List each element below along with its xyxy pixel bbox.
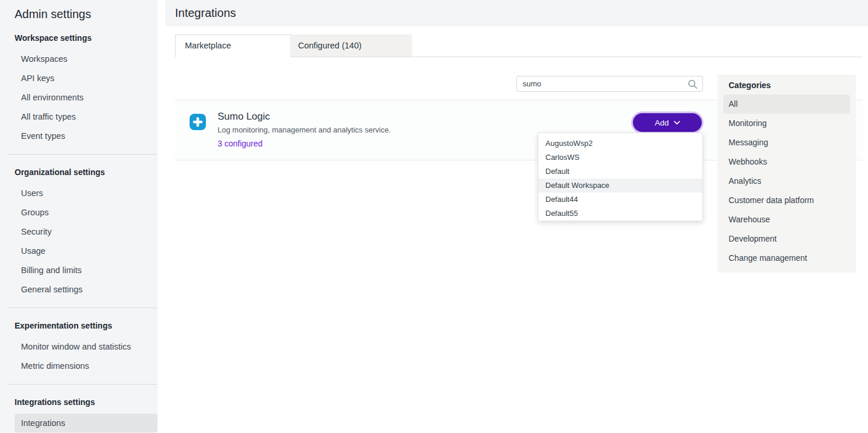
search-input[interactable] xyxy=(517,76,686,91)
page-header: Integrations xyxy=(165,0,868,26)
dropdown-item-carlosws[interactable]: CarlosWS xyxy=(538,151,702,165)
dropdown-item-default55[interactable]: Default55 xyxy=(538,207,702,221)
category-item-monitoring[interactable]: Monitoring xyxy=(723,114,850,133)
categories-panel: Categories AllMonitoringMessagingWebhook… xyxy=(718,75,856,273)
category-item-webhooks[interactable]: Webhooks xyxy=(723,152,850,172)
sidebar-item-all-environments[interactable]: All environments xyxy=(0,88,158,107)
plus-icon xyxy=(190,114,206,130)
sidebar-item-api-keys[interactable]: API keys xyxy=(0,69,158,88)
dropdown-item-default[interactable]: Default xyxy=(538,165,702,179)
add-button[interactable]: Add xyxy=(633,113,702,132)
categories-list: AllMonitoringMessagingWebhooksAnalyticsC… xyxy=(723,95,850,268)
page-title: Integrations xyxy=(175,6,236,20)
sidebar-section-integrations-settings: Integrations settings xyxy=(15,396,158,408)
sidebar-item-event-types[interactable]: Event types xyxy=(0,127,158,146)
category-item-all[interactable]: All xyxy=(723,95,850,114)
integration-description: Log monitoring, management and analytics… xyxy=(218,125,391,134)
category-item-warehouse[interactable]: Warehouse xyxy=(723,210,850,229)
category-item-messaging[interactable]: Messaging xyxy=(723,133,850,152)
sidebar-item-all-traffic-types[interactable]: All traffic types xyxy=(0,107,158,127)
sidebar-section-workspace-settings: Workspace settings xyxy=(15,32,158,44)
dropdown-item-augustowsp2[interactable]: AugustoWsp2 xyxy=(538,137,702,151)
category-item-analytics[interactable]: Analytics xyxy=(723,172,850,191)
sidebar-divider xyxy=(7,154,158,155)
sidebar-item-metric-dimensions[interactable]: Metric dimensions xyxy=(0,357,158,376)
sidebar-item-integrations[interactable]: Integrations xyxy=(15,414,158,432)
categories-header: Categories xyxy=(729,79,850,91)
sidebar-title: Admin settings xyxy=(0,0,158,20)
sidebar-item-groups[interactable]: Groups xyxy=(0,203,158,222)
add-button-label: Add xyxy=(654,118,668,127)
search-box xyxy=(516,76,703,92)
admin-sidebar: Admin settings Workspace settingsWorkspa… xyxy=(0,0,158,433)
chevron-down-icon xyxy=(674,121,680,125)
dropdown-item-default-workspace[interactable]: Default Workspace xyxy=(538,179,702,193)
sidebar-item-monitor-window-and-statistics[interactable]: Monitor window and statistics xyxy=(0,337,158,357)
sidebar-divider xyxy=(7,308,158,308)
category-item-development[interactable]: Development xyxy=(723,229,850,249)
sidebar-section-organizational-settings: Organizational settings xyxy=(15,166,158,178)
sidebar-divider xyxy=(7,384,158,385)
tab-configured[interactable]: Configured (140) xyxy=(292,34,412,57)
category-item-customer-data-platform[interactable]: Customer data platform xyxy=(723,191,850,210)
sidebar-section-experimentation-settings: Experimentation settings xyxy=(15,320,158,331)
workspace-dropdown: AugustoWsp2CarlosWSDefaultDefault Worksp… xyxy=(538,132,703,221)
tab-marketplace[interactable]: Marketplace xyxy=(175,34,291,57)
sidebar-item-users[interactable]: Users xyxy=(0,184,158,203)
search-icon xyxy=(688,79,698,89)
sidebar-item-general-settings[interactable]: General settings xyxy=(0,280,158,299)
sidebar-item-usage[interactable]: Usage xyxy=(0,242,158,261)
sidebar-item-billing-and-limits[interactable]: Billing and limits xyxy=(0,261,158,280)
sidebar-item-workspaces[interactable]: Workspaces xyxy=(0,50,158,69)
category-item-change-management[interactable]: Change management xyxy=(723,249,850,268)
dropdown-item-default44[interactable]: Default44 xyxy=(538,193,702,207)
sidebar-sections: Workspace settingsWorkspacesAPI keysAll … xyxy=(0,32,158,432)
sidebar-item-security[interactable]: Security xyxy=(0,222,158,242)
configured-count-link[interactable]: 3 configured xyxy=(218,139,262,148)
integration-name: Sumo Logic xyxy=(218,111,270,123)
